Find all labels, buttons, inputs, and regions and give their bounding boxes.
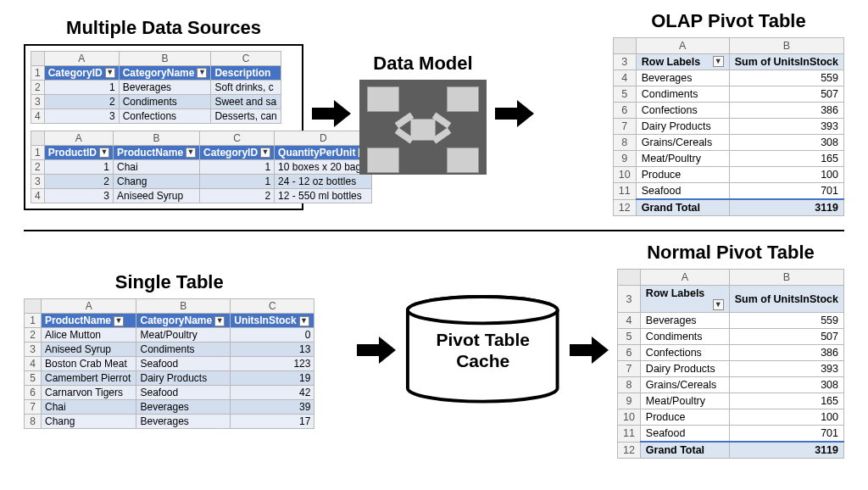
cell[interactable]: Desserts, can: [211, 109, 281, 123]
pivot-value[interactable]: 308: [729, 377, 843, 393]
cell[interactable]: 2: [44, 174, 113, 188]
cell[interactable]: 1: [200, 159, 275, 174]
cell[interactable]: Camembert Pierrot: [42, 371, 136, 386]
pivot-label[interactable]: Grains/Cereals: [636, 135, 729, 151]
cell[interactable]: Alice Mutton: [42, 328, 136, 342]
hdr-qpu[interactable]: QuantityPerUnit▼: [275, 145, 372, 159]
filter-icon[interactable]: ▼: [299, 316, 309, 326]
cell[interactable]: Aniseed Syrup: [114, 188, 200, 203]
hdr-productname[interactable]: ProductName▼: [114, 145, 200, 159]
filter-icon[interactable]: ▼: [260, 148, 270, 158]
row-labels-hdr[interactable]: Row Labels▼: [636, 54, 729, 70]
cell[interactable]: Chai: [42, 400, 136, 415]
pivot-value[interactable]: 165: [729, 393, 843, 409]
filter-icon[interactable]: ▼: [713, 56, 724, 67]
hdr-productname[interactable]: ProductName▼: [42, 314, 136, 328]
grand-total-value[interactable]: 3119: [729, 199, 843, 216]
hdr-description[interactable]: Description: [211, 65, 281, 80]
pivot-label[interactable]: Beverages: [640, 313, 729, 329]
pivot-value[interactable]: 559: [729, 313, 843, 329]
pivot-value[interactable]: 393: [729, 119, 843, 135]
pivot-value[interactable]: 308: [729, 135, 843, 151]
grand-total-value[interactable]: 3119: [729, 442, 843, 459]
pivot-value[interactable]: 100: [729, 167, 843, 183]
cell[interactable]: 19: [231, 371, 314, 386]
pivot-label[interactable]: Meat/Poultry: [636, 151, 729, 167]
cell[interactable]: Confections: [119, 109, 211, 123]
pivot-label[interactable]: Dairy Products: [640, 361, 729, 377]
pivot-label[interactable]: Seafood: [636, 183, 729, 200]
cell[interactable]: Chai: [114, 159, 200, 174]
pivot-label[interactable]: Confections: [640, 345, 729, 361]
cell[interactable]: Chang: [42, 415, 136, 429]
cell[interactable]: 123: [231, 357, 314, 371]
row-labels-hdr[interactable]: Row Labels▼: [640, 286, 729, 313]
filter-icon[interactable]: ▼: [186, 148, 196, 158]
pivot-value[interactable]: 386: [729, 103, 843, 119]
cell[interactable]: Aniseed Syrup: [42, 342, 136, 357]
cell[interactable]: Condiments: [119, 94, 211, 109]
cell[interactable]: Beverages: [119, 80, 211, 94]
cell[interactable]: Sweet and sa: [211, 94, 281, 109]
pivot-label[interactable]: Beverages: [636, 70, 729, 86]
filter-icon[interactable]: ▼: [105, 68, 115, 78]
pivot-value[interactable]: 701: [729, 426, 843, 443]
hdr-categoryname[interactable]: CategoryName▼: [136, 314, 231, 328]
cell[interactable]: 3: [44, 188, 113, 203]
cell[interactable]: Carnarvon Tigers: [42, 386, 136, 400]
pivot-value[interactable]: 165: [729, 151, 843, 167]
filter-icon[interactable]: ▼: [197, 68, 207, 78]
pivot-value[interactable]: 393: [729, 361, 843, 377]
hdr-unitsinstock[interactable]: UnitsInStock▼: [231, 314, 314, 328]
filter-icon[interactable]: ▼: [214, 316, 225, 326]
filter-icon[interactable]: ▼: [114, 316, 124, 326]
cell[interactable]: 17: [231, 415, 314, 429]
pivot-label[interactable]: Produce: [640, 409, 729, 426]
cell[interactable]: 12 - 550 ml bottles: [275, 188, 372, 203]
cell[interactable]: Seafood: [136, 357, 231, 371]
cell[interactable]: 0: [231, 328, 314, 342]
filter-icon[interactable]: ▼: [99, 148, 109, 158]
hdr-categoryid[interactable]: CategoryID▼: [44, 65, 119, 80]
cell[interactable]: Dairy Products: [136, 371, 231, 386]
grand-total-label[interactable]: Grand Total: [636, 199, 729, 216]
pivot-value[interactable]: 507: [729, 86, 843, 103]
pivot-value[interactable]: 100: [729, 409, 843, 426]
cell[interactable]: 3: [44, 109, 119, 123]
pivot-label[interactable]: Produce: [636, 167, 729, 183]
cell[interactable]: Soft drinks, c: [211, 80, 281, 94]
hdr-categoryid[interactable]: CategoryID▼: [200, 145, 275, 159]
cell[interactable]: 1: [44, 159, 113, 174]
hdr-productid[interactable]: ProductID▼: [44, 145, 113, 159]
cell[interactable]: 2: [44, 94, 119, 109]
pivot-value[interactable]: 386: [729, 345, 843, 361]
cell[interactable]: Beverages: [136, 415, 231, 429]
hdr-categoryname[interactable]: CategoryName▼: [119, 65, 211, 80]
cell[interactable]: 1: [44, 80, 119, 94]
pivot-value[interactable]: 559: [729, 70, 843, 86]
grand-total-label[interactable]: Grand Total: [640, 442, 729, 459]
cell[interactable]: Meat/Poultry: [136, 328, 231, 342]
pivot-label[interactable]: Dairy Products: [636, 119, 729, 135]
pivot-label[interactable]: Grains/Cereals: [640, 377, 729, 393]
cell[interactable]: 1: [200, 174, 275, 188]
pivot-value[interactable]: 507: [729, 329, 843, 345]
cell[interactable]: Seafood: [136, 386, 231, 400]
cell[interactable]: 2: [200, 188, 275, 203]
cell[interactable]: 10 boxes x 20 bags: [275, 159, 372, 174]
pivot-label[interactable]: Seafood: [640, 426, 729, 443]
cell[interactable]: Condiments: [136, 342, 231, 357]
cell[interactable]: 42: [231, 386, 314, 400]
cell[interactable]: 39: [231, 400, 314, 415]
pivot-label[interactable]: Meat/Poultry: [640, 393, 729, 409]
cell[interactable]: Chang: [114, 174, 200, 188]
pivot-label[interactable]: Condiments: [636, 86, 729, 103]
cell[interactable]: Beverages: [136, 400, 231, 415]
cell[interactable]: Boston Crab Meat: [42, 357, 136, 371]
cell[interactable]: 13: [231, 342, 314, 357]
pivot-label[interactable]: Condiments: [640, 329, 729, 345]
filter-icon[interactable]: ▼: [713, 299, 724, 310]
pivot-label[interactable]: Confections: [636, 103, 729, 119]
pivot-value[interactable]: 701: [729, 183, 843, 200]
cell[interactable]: 24 - 12 oz bottles: [275, 174, 372, 188]
